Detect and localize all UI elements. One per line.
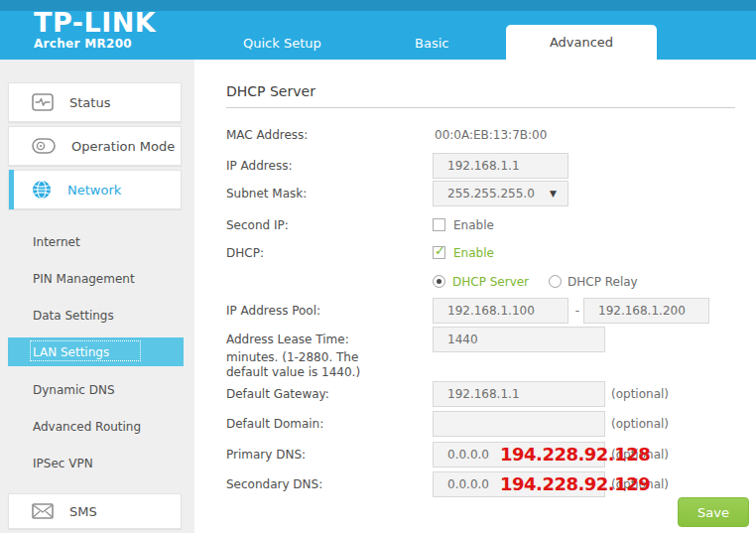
page-title: DHCP Server [226, 83, 315, 99]
default-domain-label: Default Domain: [226, 411, 425, 437]
lease-time-label: Address Lease Time: [226, 327, 425, 352]
mac-address-label: MAC Address: [226, 127, 425, 143]
ip-address-pool-label: IP Address Pool: [226, 298, 425, 324]
sidebar-subitem-dynamic-dns[interactable]: Dynamic DNS [8, 375, 184, 404]
subnet-mask-value: 255.255.255.0 [447, 187, 535, 200]
dhcp-enable-checkbox[interactable]: ✓ [433, 246, 445, 259]
brand-block: TP-LINK Archer MR200 [34, 9, 156, 51]
sidebar-item-label: SMS [69, 504, 97, 519]
brand-logo: TP-LINK [34, 9, 156, 37]
primary-dns-red-annotation: 194.228.92.128 [500, 442, 698, 467]
chevron-down-icon: ▼ [550, 182, 557, 205]
sidebar-subitem-data-settings[interactable]: Data Settings [8, 301, 184, 330]
sms-envelope-icon [32, 503, 54, 519]
gateway-optional-hint: (optional) [611, 381, 669, 407]
tab-quick-setup[interactable]: Quick Setup [243, 36, 321, 51]
router-admin-page: TP-LINK Archer MR200 Quick Setup Basic A… [0, 0, 756, 533]
dhcp-enable-label: Enable [453, 245, 494, 261]
primary-dns-label: Primary DNS: [226, 442, 425, 467]
subnet-mask-select[interactable]: 255.255.255.0 ▼ [433, 181, 568, 206]
status-pulse-icon [32, 93, 54, 111]
sidebar-subitem-pin-management[interactable]: PIN Management [8, 264, 184, 293]
domain-optional-hint: (optional) [611, 411, 669, 437]
checkmark-icon: ✓ [435, 243, 445, 258]
subnet-mask-label: Subnet Mask: [226, 181, 425, 206]
tab-basic[interactable]: Basic [415, 36, 448, 51]
dhcp-server-radio[interactable] [433, 275, 445, 288]
pool-start-input[interactable] [433, 298, 568, 324]
default-gateway-label: Default Gateway: [226, 381, 425, 407]
sidebar-subitem-lan-settings[interactable]: LAN Settings [8, 337, 184, 366]
top-header: TP-LINK Archer MR200 Quick Setup Basic A… [0, 0, 756, 60]
sidebar: Status Operation Mode Network Internet P… [0, 60, 194, 533]
focus-outline [30, 340, 141, 361]
active-section-accent-bar [9, 170, 14, 209]
dhcp-server-radio-label[interactable]: DHCP Server [452, 274, 529, 290]
save-button[interactable]: Save [678, 497, 749, 527]
sidebar-item-label: Network [67, 183, 121, 198]
sidebar-subitem-internet[interactable]: Internet [8, 227, 184, 256]
dhcp-server-panel: DHCP Server MAC Address: 00:0A:EB:13:7B:… [194, 60, 756, 533]
radio-selected-dot [437, 279, 441, 284]
dhcp-label: DHCP: [226, 245, 425, 261]
title-divider [226, 107, 735, 108]
sidebar-item-operation-mode[interactable]: Operation Mode [8, 126, 182, 166]
default-domain-input[interactable] [433, 411, 605, 437]
ip-address-label: IP Address: [226, 153, 425, 179]
secondary-dns-red-annotation: 194.228.92.129 [500, 471, 698, 497]
dhcp-relay-radio[interactable] [549, 275, 562, 288]
operation-mode-icon [32, 138, 56, 154]
pool-range-separator: - [572, 298, 582, 324]
sidebar-item-label: Operation Mode [71, 139, 175, 154]
second-ip-enable-label: Enable [453, 217, 494, 233]
sidebar-subitem-ipsec-vpn[interactable]: IPSec VPN [8, 449, 184, 477]
sidebar-item-label: Status [69, 95, 110, 110]
second-ip-enable-checkbox[interactable] [433, 218, 445, 231]
sidebar-item-sms[interactable]: SMS [8, 493, 182, 529]
sidebar-item-network[interactable]: Network [8, 170, 182, 209]
dhcp-relay-radio-label[interactable]: DHCP Relay [567, 274, 638, 290]
default-gateway-input[interactable] [433, 381, 605, 407]
ip-address-input[interactable] [433, 153, 568, 179]
secondary-dns-label: Secondary DNS: [226, 471, 425, 497]
sidebar-subitem-advanced-routing[interactable]: Advanced Routing [8, 412, 184, 441]
pool-end-input[interactable] [583, 298, 709, 324]
sidebar-item-status[interactable]: Status [8, 82, 182, 122]
lease-time-note: minutes. (1-2880. The default value is 1… [226, 350, 393, 380]
lease-time-input[interactable] [433, 327, 605, 352]
tab-advanced[interactable]: Advanced [506, 25, 657, 60]
second-ip-label: Second IP: [226, 217, 425, 233]
device-model: Archer MR200 [34, 37, 156, 51]
mac-address-value: 00:0A:EB:13:7B:00 [435, 127, 547, 143]
network-globe-icon [32, 180, 52, 200]
